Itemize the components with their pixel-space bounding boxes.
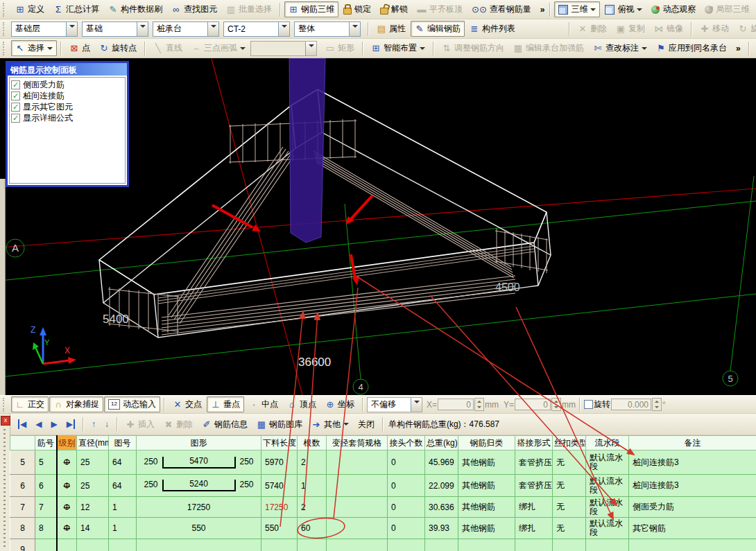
cell-thread-type[interactable]: 无 (553, 451, 586, 475)
dock-close-button[interactable]: x (1, 416, 10, 426)
checkbox-show-other-elements[interactable]: ✓显示其它图元 (11, 101, 123, 112)
cell-sleeve-spec[interactable] (327, 497, 388, 518)
row-selector[interactable]: 8 (10, 518, 35, 539)
header-fig-no[interactable]: 图号 (109, 436, 137, 451)
header-count[interactable]: 根数 (298, 436, 327, 451)
select-button[interactable]: ↖选择 (11, 40, 57, 56)
header-no[interactable]: 筋号 (35, 436, 57, 451)
cell-lap-type[interactable] (515, 539, 553, 551)
move-row-down-button[interactable]: ↓ (101, 417, 113, 431)
cell-joint-count[interactable]: 0 (388, 451, 425, 475)
cell-weight[interactable]: 22.099 (425, 475, 458, 497)
cell-lap-type[interactable]: 绑扎 (515, 497, 553, 518)
panel-title[interactable]: 钢筋显示控制面板 (8, 63, 127, 76)
empty-combobox[interactable] (250, 41, 317, 56)
toolbar-grip[interactable] (3, 42, 8, 55)
cell-lap-type[interactable]: 套管挤压 (515, 475, 553, 497)
cell-count[interactable]: 2 (298, 451, 327, 475)
cell-shape[interactable]: 550 (137, 518, 261, 539)
cell-weight[interactable]: 45.969 (425, 451, 458, 475)
dynamic-input-button[interactable]: 12动态输入 (104, 396, 160, 412)
header-thread-type[interactable]: 丝扣类型 (553, 436, 586, 451)
header-flow-section[interactable]: 流水段 (586, 436, 629, 451)
intersection-snap-button[interactable]: ✕交点 (169, 396, 206, 412)
chevron-down-icon[interactable] (411, 398, 422, 412)
component-type-combobox[interactable]: 桩承台 (153, 21, 219, 37)
rect-button[interactable]: ▭矩形 (321, 40, 359, 56)
cell-category[interactable]: 其他钢筋 (458, 475, 515, 497)
view-3d-button[interactable]: 三维 (554, 1, 600, 17)
chevron-down-icon[interactable] (305, 42, 316, 55)
cell-weight[interactable] (425, 539, 458, 551)
row-selector[interactable]: 7 (10, 497, 35, 518)
rotate-point-button[interactable]: ↻旋转点 (95, 40, 141, 56)
cell-shape[interactable] (137, 539, 261, 551)
cell-count[interactable]: 1 (298, 475, 327, 497)
sum-calc-button[interactable]: Σ汇总计算 (49, 1, 103, 17)
chevron-down-icon[interactable] (66, 22, 77, 36)
cell-shape[interactable]: 17250 (137, 497, 261, 518)
cell-diameter[interactable]: 25 (77, 451, 109, 475)
rotate-button[interactable]: ↻旋转 (734, 21, 756, 37)
cell-fig-no[interactable]: 1 (109, 497, 137, 518)
view-rebar-qty-button[interactable]: ⊙⊙查看钢筋量 (467, 1, 535, 17)
cell-no[interactable]: 5 (35, 451, 57, 475)
cell-cut-length[interactable]: 5970 (261, 451, 298, 475)
adjust-rebar-dir-button[interactable]: ⇅调整钢筋方向 (438, 40, 508, 56)
table-row[interactable]: 7 7 Φ 12 1 17250 17250 2 0 30.636 其他钢筋 绑… (10, 497, 756, 518)
cell-thread-type[interactable]: 无 (553, 518, 586, 539)
chevron-down-icon[interactable] (278, 22, 289, 36)
arc-3pt-button[interactable]: ⌢三点画弧 (187, 40, 250, 56)
cell-joint-count[interactable] (388, 539, 425, 551)
find-element-button[interactable]: ∞查找图元 (167, 1, 221, 17)
midpoint-snap-button[interactable]: ∙中点 (245, 396, 282, 412)
chevron-down-icon[interactable] (349, 22, 360, 36)
column-3d[interactable] (289, 58, 325, 243)
cell-grade[interactable]: Φ (57, 475, 77, 497)
cell-lap-type[interactable]: 套管挤压 (515, 451, 553, 475)
cell-note[interactable]: 其它钢筋 (629, 518, 756, 539)
header-category[interactable]: 钢筋归类 (458, 436, 515, 451)
category-combobox[interactable]: 基础 (82, 21, 148, 37)
table-row[interactable]: 5 5 Φ 25 64 2505470250 5970 2 0 45.969 其… (10, 451, 756, 475)
cell-diameter[interactable]: 14 (77, 518, 109, 539)
other-menu-button[interactable]: ➔其他 (307, 417, 353, 432)
cell-thread-type[interactable]: 无 (553, 497, 586, 518)
cell-joint-count[interactable]: 0 (388, 518, 425, 539)
header-diameter[interactable]: 直径(mm) (77, 436, 109, 451)
table-row[interactable]: 8 8 Φ 14 1 550 550 60 0 39.93 其他钢筋 绑扎 无 … (10, 518, 756, 539)
checkbox-pile-connect-rebar[interactable]: ✓桩间连接筋 (11, 90, 123, 101)
header-sleeve-spec[interactable]: 变径套筒规格 (327, 436, 388, 451)
cell-fig-no[interactable]: 64 (109, 451, 137, 475)
cell-cut-length[interactable]: 550 (261, 518, 298, 539)
rebar-library-button[interactable]: ▦钢筋图库 (252, 417, 307, 432)
cell-category[interactable]: 其他钢筋 (458, 451, 515, 475)
delete-row-button[interactable]: ✖删除 (160, 417, 197, 432)
x-spinner[interactable] (474, 398, 484, 411)
table-row[interactable]: 6 6 Φ 25 64 2505240250 5740 1 0 22.099 其… (10, 475, 756, 497)
cell-shape[interactable]: 2505470250 (137, 451, 261, 475)
y-coordinate-input[interactable]: 0 (515, 399, 551, 410)
top-view-button[interactable]: 俯视 (601, 1, 646, 17)
rebar-info-button[interactable]: ✐钢筋信息 (198, 417, 252, 432)
cell-joint-count[interactable]: 0 (388, 475, 425, 497)
cell-sleeve-spec[interactable] (327, 451, 388, 475)
mode-combobox[interactable]: 整体 (294, 21, 361, 37)
nav-prev-button[interactable]: ◀ (31, 417, 46, 431)
ortho-button[interactable]: ∟正交 (11, 396, 49, 412)
cell-flow-section[interactable]: 默认流水段 (586, 451, 629, 475)
cell-grade[interactable]: Φ (57, 497, 77, 518)
rebar-3d-button[interactable]: ⊞钢筋三维 (284, 1, 338, 17)
offset-mode-combobox[interactable]: 不偏移 (367, 397, 422, 412)
lock-button[interactable]: 锁定 (339, 1, 375, 17)
check-annotation-button[interactable]: ✄查改标注 (589, 40, 651, 56)
cell-category[interactable]: 其他钢筋 (458, 497, 515, 518)
toolbar-grip[interactable] (3, 398, 8, 412)
cell-no[interactable]: 7 (35, 497, 57, 518)
cell-grade[interactable]: Φ (57, 451, 77, 475)
rotate-spinner[interactable] (652, 398, 662, 411)
apply-to-same-button[interactable]: ⚑应用到同名承台 (652, 40, 731, 56)
header-lap-type[interactable]: 搭接形式 (515, 436, 553, 451)
cell-flow-section[interactable]: 默认流水段 (586, 497, 629, 518)
cell-note[interactable]: 桩间连接筋3 (629, 475, 756, 497)
